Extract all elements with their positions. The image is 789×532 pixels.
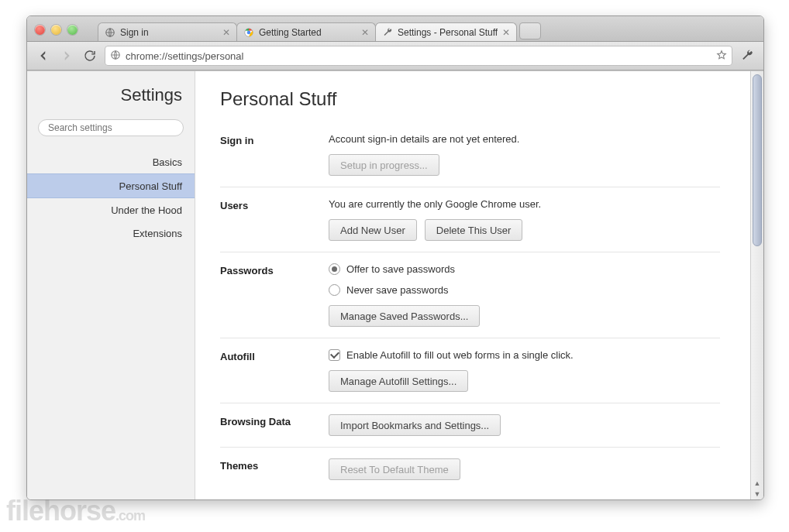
section-label: Sign in — [220, 133, 329, 176]
sidebar-item-basics[interactable]: Basics — [27, 150, 195, 173]
tab-getting-started[interactable]: Getting Started ✕ — [236, 22, 376, 41]
section-label: Themes — [220, 458, 329, 480]
settings-main: Personal Stuff Sign in Account sign-in d… — [195, 71, 751, 499]
zoom-window-button[interactable] — [67, 25, 78, 35]
section-label: Browsing Data — [220, 414, 329, 436]
section-browsing-data: Browsing Data Import Bookmarks and Setti… — [220, 403, 720, 447]
delete-this-user-button[interactable]: Delete This User — [425, 219, 523, 241]
sidebar-item-under-the-hood[interactable]: Under the Hood — [27, 198, 195, 221]
radio-icon — [329, 284, 340, 296]
settings-sidebar: Settings Basics Personal Stuff Under the… — [27, 71, 195, 499]
sign-in-status-text: Account sign-in details are not yet ente… — [329, 133, 720, 145]
offer-save-passwords-radio[interactable]: Offer to save passwords — [329, 263, 720, 275]
section-users: Users You are currently the only Google … — [220, 187, 720, 252]
page-title: Personal Stuff — [220, 88, 720, 110]
section-label: Autofill — [220, 349, 329, 392]
enable-autofill-checkbox[interactable]: Enable Autofill to fill out web forms in… — [329, 349, 720, 361]
window-controls — [35, 25, 78, 35]
minimize-window-button[interactable] — [51, 25, 61, 35]
section-sign-in: Sign in Account sign-in details are not … — [220, 130, 720, 187]
reset-theme-button[interactable]: Reset To Default Theme — [329, 458, 460, 480]
globe-icon — [110, 50, 121, 63]
search-settings-input[interactable] — [38, 119, 184, 136]
import-bookmarks-button[interactable]: Import Bookmarks and Settings... — [329, 414, 501, 436]
globe-icon — [105, 27, 115, 38]
sidebar-item-label: Personal Stuff — [119, 180, 182, 192]
section-label: Passwords — [220, 263, 329, 327]
scroll-up-arrow-icon[interactable]: ▲ — [751, 478, 763, 489]
radio-icon — [329, 263, 340, 275]
sidebar-item-label: Under the Hood — [111, 204, 182, 216]
section-themes: Themes Reset To Default Theme — [220, 447, 720, 491]
sidebar-title: Settings — [27, 85, 182, 105]
tab-settings[interactable]: Settings - Personal Stuff ✕ — [375, 22, 517, 41]
tab-strip: Sign in ✕ Getting Started ✕ Settings - P… — [27, 16, 763, 42]
wrench-icon — [382, 27, 393, 38]
users-status-text: You are currently the only Google Chrome… — [329, 198, 720, 210]
back-button[interactable] — [35, 47, 52, 64]
setup-in-progress-button[interactable]: Setup in progress... — [329, 154, 439, 176]
sidebar-item-extensions[interactable]: Extensions — [27, 221, 195, 245]
vertical-scrollbar[interactable]: ▲ ▼ — [750, 71, 763, 499]
sidebar-item-personal-stuff[interactable]: Personal Stuff — [27, 173, 195, 198]
bookmark-star-icon[interactable] — [716, 50, 727, 63]
browser-window: Sign in ✕ Getting Started ✕ Settings - P… — [26, 15, 764, 500]
chrome-icon — [243, 27, 254, 38]
scrollbar-thumb[interactable] — [753, 74, 762, 246]
section-label: Users — [220, 198, 329, 241]
content-area: Settings Basics Personal Stuff Under the… — [27, 70, 763, 499]
tab-close-icon[interactable]: ✕ — [361, 28, 369, 37]
add-new-user-button[interactable]: Add New User — [329, 219, 417, 241]
new-tab-button[interactable] — [519, 22, 541, 39]
section-autofill: Autofill Enable Autofill to fill out web… — [220, 338, 720, 403]
tab-sign-in[interactable]: Sign in ✕ — [98, 22, 237, 41]
checkbox-icon — [329, 349, 340, 361]
sidebar-nav: Basics Personal Stuff Under the Hood Ext… — [27, 150, 195, 245]
address-bar[interactable]: chrome://settings/personal — [105, 46, 732, 66]
forward-button[interactable] — [58, 47, 75, 64]
manage-saved-passwords-button[interactable]: Manage Saved Passwords... — [329, 305, 480, 327]
toolbar: chrome://settings/personal — [27, 42, 763, 70]
url-text: chrome://settings/personal — [126, 50, 711, 62]
wrench-menu-button[interactable] — [739, 47, 756, 64]
manage-autofill-settings-button[interactable]: Manage Autofill Settings... — [329, 370, 468, 392]
radio-label: Never save passwords — [346, 284, 449, 296]
reload-button[interactable] — [81, 47, 98, 64]
radio-label: Offer to save passwords — [346, 263, 455, 275]
scroll-down-arrow-icon[interactable]: ▼ — [751, 489, 763, 499]
never-save-passwords-radio[interactable]: Never save passwords — [329, 284, 720, 296]
tab-label: Settings - Personal Stuff — [398, 27, 498, 38]
sidebar-item-label: Basics — [153, 156, 182, 168]
tab-label: Sign in — [120, 27, 218, 38]
section-passwords: Passwords Offer to save passwords Never … — [220, 252, 720, 338]
tab-close-icon[interactable]: ✕ — [222, 28, 230, 37]
tab-label: Getting Started — [259, 27, 357, 38]
close-window-button[interactable] — [35, 25, 45, 35]
tab-close-icon[interactable]: ✕ — [502, 28, 510, 37]
checkbox-label: Enable Autofill to fill out web forms in… — [346, 349, 574, 361]
sidebar-item-label: Extensions — [133, 228, 182, 239]
